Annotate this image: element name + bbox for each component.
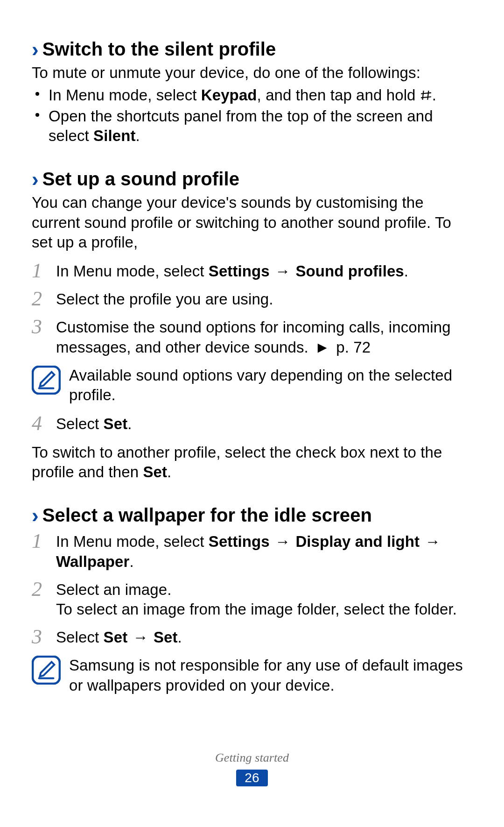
bold-text: Set [104, 629, 128, 646]
section-sound-profile: › Set up a sound profile You can change … [32, 167, 472, 482]
bold-text: Set [143, 463, 167, 481]
note-text: Available sound options vary depending o… [69, 366, 472, 405]
text: . [167, 463, 171, 481]
text: . [127, 415, 132, 432]
text: . [136, 127, 140, 144]
heading-wallpaper: › Select a wallpaper for the idle screen [32, 503, 472, 527]
text: Customise the sound options for incoming… [56, 318, 451, 355]
arrow-icon: → [270, 262, 296, 280]
text: In Menu mode, select [56, 262, 209, 280]
step-item: 2 Select the profile you are using. [32, 290, 472, 309]
step-item: 1 In Menu mode, select Settings → Displa… [32, 532, 472, 571]
bold-text: Silent [93, 127, 135, 144]
bold-text: Wallpaper [56, 553, 129, 570]
bold-text: Display and light [295, 533, 420, 550]
step-number: 3 [32, 624, 42, 650]
note-icon [32, 366, 61, 395]
section-silent-profile: › Switch to the silent profile To mute o… [32, 37, 472, 146]
bold-text: Set [104, 415, 128, 432]
svg-line-0 [422, 91, 423, 100]
text: Select an image. [56, 581, 171, 598]
numbered-steps-cont: 4 Select Set. [32, 414, 472, 434]
step-item: 4 Select Set. [32, 414, 472, 434]
bullet-item: In Menu mode, select Keypad, and then ta… [32, 85, 472, 105]
text: . [129, 553, 133, 570]
chevron-icon: › [32, 505, 39, 526]
numbered-steps: 1 In Menu mode, select Settings → Sound … [32, 262, 472, 357]
intro-text: To mute or unmute your device, do one of… [32, 63, 472, 83]
section-wallpaper: › Select a wallpaper for the idle screen… [32, 503, 472, 695]
step-item: 3 Customise the sound options for incomi… [32, 318, 472, 357]
bullet-dot-icon [35, 92, 39, 96]
intro-text: You can change your device's sounds by c… [32, 193, 472, 252]
step-item: 2 Select an image. To select an image fr… [32, 580, 472, 619]
text: . [404, 262, 408, 280]
step-number: 3 [32, 314, 42, 340]
step-number: 2 [32, 576, 42, 602]
step-number: 4 [32, 410, 42, 437]
heading-text: Select a wallpaper for the idle screen [42, 503, 372, 527]
page-number-badge: 26 [236, 770, 268, 787]
chevron-icon: › [32, 39, 39, 60]
step-number: 1 [32, 258, 42, 284]
note-text: Samsung is not responsible for any use o… [69, 656, 472, 695]
text: , and then tap and hold [257, 86, 420, 104]
arrow-icon: → [420, 533, 441, 550]
text: Select the profile you are using. [56, 290, 273, 308]
heading-text: Set up a sound profile [42, 167, 239, 191]
numbered-steps: 1 In Menu mode, select Settings → Displa… [32, 532, 472, 647]
bold-text: Set [154, 629, 178, 646]
step-item: 1 In Menu mode, select Settings → Sound … [32, 262, 472, 281]
note-icon [32, 656, 61, 685]
bold-text: Keypad [201, 86, 257, 104]
page-footer: Getting started 26 [0, 750, 504, 787]
svg-line-1 [427, 91, 428, 100]
text: Select [56, 415, 104, 432]
heading-silent-profile: › Switch to the silent profile [32, 37, 472, 61]
bullet-dot-icon [35, 113, 39, 117]
arrow-icon: → [127, 629, 154, 646]
note-block: Samsung is not responsible for any use o… [32, 656, 472, 695]
bullet-item: Open the shortcuts panel from the top of… [32, 106, 472, 146]
footer-chapter-label: Getting started [0, 750, 504, 765]
text: To switch to another profile, select the… [32, 444, 442, 481]
text: p. 72 [332, 339, 371, 356]
manual-page: › Switch to the silent profile To mute o… [0, 0, 504, 827]
heading-sound-profile: › Set up a sound profile [32, 167, 472, 191]
svg-rect-4 [33, 367, 60, 394]
step-item: 3 Select Set → Set. [32, 628, 472, 647]
note-block: Available sound options vary depending o… [32, 366, 472, 405]
text: . [432, 86, 436, 104]
text: . [178, 629, 182, 646]
bold-text: Settings [209, 533, 270, 550]
text: In Menu mode, select [49, 86, 201, 104]
heading-text: Switch to the silent profile [42, 37, 276, 61]
outro-text: To switch to another profile, select the… [32, 443, 472, 482]
arrow-icon: → [270, 533, 296, 550]
triangle-icon: ► [313, 339, 332, 356]
text: Select [56, 629, 104, 646]
chevron-icon: › [32, 169, 39, 190]
text: In Menu mode, select [56, 533, 209, 550]
step-number: 1 [32, 528, 42, 554]
bullet-list: In Menu mode, select Keypad, and then ta… [32, 85, 472, 146]
svg-rect-6 [33, 657, 60, 684]
text: To select an image from the image folder… [56, 601, 457, 618]
svg-line-2 [421, 93, 431, 94]
bold-text: Settings [209, 262, 270, 280]
step-number: 2 [32, 286, 42, 312]
bold-text: Sound profiles [295, 262, 404, 280]
hash-key-icon [420, 86, 432, 104]
